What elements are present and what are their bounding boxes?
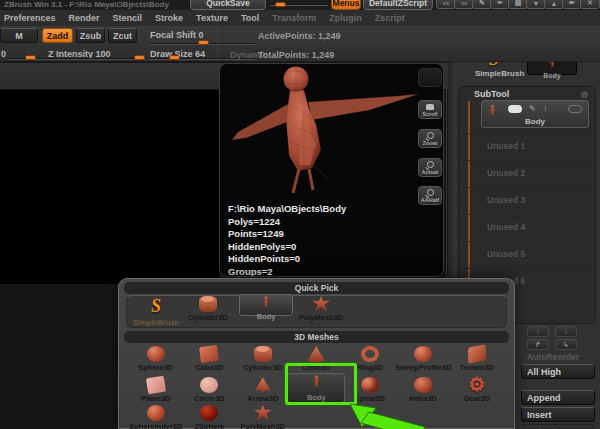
mesh-item-circle3d[interactable]: Circle3D <box>183 372 237 403</box>
mesh-item-cylinder3d[interactable]: Cylinder3D <box>236 345 290 372</box>
magnifier-icon <box>427 161 434 168</box>
export-icon[interactable]: ▲ <box>544 0 564 9</box>
default-zscript-button[interactable]: DefaultZScript <box>363 0 433 10</box>
focal-shift-handle[interactable] <box>198 40 209 45</box>
menu-texture[interactable]: Texture <box>196 13 228 23</box>
mesh-item-terrain3d[interactable]: Terrain3D <box>450 345 504 372</box>
actual-button[interactable]: Actual <box>418 158 442 177</box>
mesh-item-cone3d[interactable]: Cone3D <box>290 345 344 372</box>
zoom-button[interactable]: Zoom <box>418 129 442 148</box>
subtool-slot-5[interactable]: Unused 5 <box>462 241 592 267</box>
mesh-item-label: Sphereinder3D <box>129 422 182 429</box>
subtool-move-arrow-icon[interactable]: ↓ <box>555 326 577 337</box>
mesh-item-ring3d[interactable]: Ring3D <box>343 345 397 372</box>
subtool-slot-label: Unused 5 <box>487 249 525 259</box>
mesh-row: Sphereinder3DZSpherePolyMesh3D <box>129 403 509 429</box>
mesh-item-gear3d[interactable]: ⚙Gear3D <box>450 372 504 403</box>
subtool-item-body[interactable]: ✎ ⁝ Body <box>481 100 589 128</box>
ring-icon <box>361 346 379 362</box>
subtool-slot-2[interactable]: Unused 2 <box>462 160 592 186</box>
mesh-item-arrow3d[interactable]: Arrow3D <box>236 372 290 403</box>
mesh-item-plane3d[interactable]: Plane3D <box>129 372 183 403</box>
mesh-item-polymesh3d[interactable]: PolyMesh3D <box>236 403 290 429</box>
subtool-move-arrow-icon[interactable]: ↑ <box>527 326 549 337</box>
menu-stroke[interactable]: Stroke <box>155 13 183 23</box>
close-icon[interactable]: ✕ <box>580 0 600 9</box>
pen-icon[interactable]: ✏ <box>562 0 582 9</box>
mrgb-button[interactable]: M <box>0 28 38 43</box>
zcut-button[interactable]: Zcut <box>108 28 137 43</box>
history-forward-icon[interactable]: ≡› <box>454 0 474 9</box>
folder-icon[interactable]: ▤ <box>508 0 528 9</box>
menubar: PreferencesRenderStencilStrokeTextureToo… <box>0 10 600 26</box>
aahalf-button[interactable]: AAHalf <box>418 186 442 205</box>
subtool-menu-icon[interactable] <box>581 91 588 98</box>
titlebar-slider-handle[interactable] <box>275 2 286 7</box>
subtool-slot-label: Unused 4 <box>487 222 525 232</box>
mesh-item-sweepprofile3d[interactable]: SweepProfile3D <box>397 345 451 372</box>
menu-tool[interactable]: Tool <box>241 13 259 23</box>
quickpick-cylinder3d[interactable]: Cylinder3D <box>178 296 238 322</box>
quickpick-polymesh3d[interactable]: PolyMesh3D <box>291 296 351 322</box>
draw-size-handle[interactable] <box>169 55 180 60</box>
quickpick-body-selected[interactable]: Body <box>239 294 293 316</box>
annotation-arrow <box>330 395 430 429</box>
hand-icon <box>426 104 434 110</box>
zadd-button[interactable]: Zadd <box>42 28 73 43</box>
palette-icon[interactable]: ✒ <box>490 0 510 9</box>
menu-transform[interactable]: Transform <box>272 13 316 23</box>
quicksave-button[interactable]: QuickSave <box>190 0 266 10</box>
focal-shift-slider-label[interactable]: Focal Shift 0 <box>150 30 204 40</box>
mesh-item-zsphere[interactable]: ZSphere <box>183 403 237 429</box>
subtool-slot-3[interactable]: Unused 3 <box>462 187 592 213</box>
subtool-slot-1[interactable]: Unused 1 <box>462 133 592 159</box>
visibility-eye-icon[interactable] <box>508 105 522 113</box>
titlebar-slider[interactable] <box>270 4 328 6</box>
mesh-item-cube3d[interactable]: Cube3D <box>183 345 237 372</box>
subtool-slot-4[interactable]: Unused 4 <box>462 214 592 240</box>
z-intensity-handle[interactable] <box>134 55 145 60</box>
menu-preferences[interactable]: Preferences <box>4 13 56 23</box>
sbrush-icon: S <box>151 296 161 317</box>
left-slider-handle[interactable] <box>25 55 36 60</box>
zsphere-icon <box>200 405 218 421</box>
del-other-button[interactable]: Del Other <box>521 424 595 429</box>
save-icon[interactable]: ▼ <box>526 0 546 9</box>
mesh-item-sphere3d[interactable]: Sphere3D <box>129 345 183 372</box>
menu-zplugin[interactable]: Zplugin <box>329 13 362 23</box>
menu-stencil[interactable]: Stencil <box>113 13 143 23</box>
plane-icon <box>146 376 166 395</box>
menu-zscript[interactable]: Zscript <box>375 13 405 23</box>
append-button[interactable]: Append <box>521 390 595 405</box>
scroll-button[interactable]: Scroll <box>418 100 442 119</box>
autoreorder-button[interactable]: AutoReorder <box>527 352 579 362</box>
mesh-item-label: Circle3D <box>194 394 224 403</box>
paint-icon[interactable]: ✎ <box>529 104 536 113</box>
menus-button[interactable]: Menus <box>331 0 361 10</box>
insert-button[interactable]: Insert <box>521 407 595 422</box>
subtool-move-arrow-icon[interactable]: ↱ <box>527 339 549 350</box>
mesh-item-sphereinder3d[interactable]: Sphereinder3D <box>129 403 183 429</box>
star-icon <box>312 296 330 312</box>
mesh-row: Plane3DCircle3DArrow3DBodySpiral3DHelix3… <box>129 372 509 403</box>
menu-render[interactable]: Render <box>69 13 100 23</box>
quickpick-simplebrush[interactable]: SSimpleBrush <box>126 296 186 327</box>
canvas-area[interactable] <box>0 90 219 284</box>
all-high-button[interactable]: All High <box>521 364 595 379</box>
solo-eye-icon[interactable] <box>568 105 582 113</box>
quickpick-label: Cylinder3D <box>188 313 228 322</box>
cube-icon <box>199 345 219 363</box>
canvas-button-label: Scroll <box>422 111 437 117</box>
tool-entry-simplebrush[interactable]: SimpleBrush <box>475 69 524 78</box>
canvas-extra-button[interactable] <box>418 68 442 87</box>
mask-icon[interactable]: ⁝ <box>544 104 547 113</box>
magnifier-icon <box>427 189 434 196</box>
subtool-move-arrow-icon[interactable]: ↳ <box>555 339 577 350</box>
z-intensity-track[interactable] <box>48 58 146 60</box>
zsub-button[interactable]: Zsub <box>76 28 105 43</box>
document-viewport[interactable]: F:\Rio Maya\OBjects\Body Polys=1224 Poin… <box>219 63 444 277</box>
brush-icon[interactable]: ✎ <box>472 0 492 9</box>
history-back-icon[interactable]: ‹≡ <box>436 0 456 9</box>
quick-pick-header[interactable]: Quick Pick <box>124 282 509 294</box>
3d-meshes-header[interactable]: 3D Meshes <box>124 331 509 343</box>
